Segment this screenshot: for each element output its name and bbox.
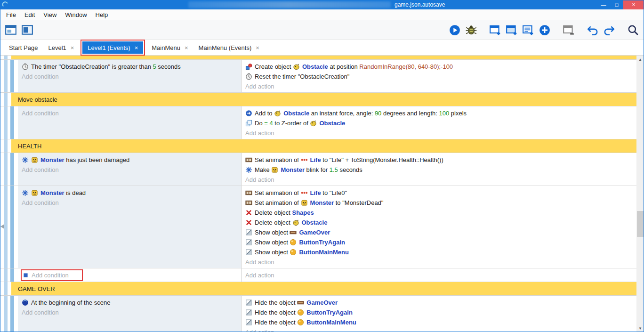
add-condition[interactable]: Add condition: [22, 165, 241, 175]
text-segment: At the beginning of the scene: [31, 299, 110, 306]
action-line[interactable]: Reset the timer "ObstacleCreation": [245, 72, 636, 81]
tab-label: Level1: [48, 44, 66, 51]
condition-line[interactable]: At the beginning of the scene: [22, 298, 241, 308]
condition-line[interactable]: The timer "ObstacleCreation" is greater …: [22, 62, 241, 72]
scroll-down-arrow[interactable]: ▼: [636, 324, 644, 332]
tab-close-icon[interactable]: ×: [185, 44, 188, 51]
close-button[interactable]: ×: [623, 0, 644, 9]
comment-label: GAME OVER: [11, 282, 636, 295]
actions-cell: Add to Obstacle an instant force, angle:…: [241, 106, 636, 139]
condition-line[interactable]: Monster is dead: [22, 188, 241, 198]
maximize-button[interactable]: □: [610, 0, 623, 9]
event-handle-strip[interactable]: [4, 56, 8, 59]
tab-level1-events[interactable]: Level1 (Events)×: [82, 41, 143, 54]
scroll-thumb[interactable]: [637, 211, 644, 237]
add-condition[interactable]: Add condition: [22, 198, 241, 208]
action-line[interactable]: Delete object Obstacle: [245, 218, 636, 227]
event-handle-strip[interactable]: [4, 106, 8, 139]
text-segment: Add action: [245, 329, 274, 332]
events-sheet: The timer "ObstacleCreation" is greater …: [0, 56, 636, 332]
menu-view[interactable]: View: [39, 11, 61, 18]
tab-label: MainMenu (Events): [199, 44, 252, 51]
tab-close-icon[interactable]: ×: [256, 44, 259, 51]
search-icon[interactable]: [626, 23, 640, 37]
scroll-up-arrow[interactable]: ▲: [636, 56, 644, 63]
action-line[interactable]: Add to Obstacle an instant force, angle:…: [245, 108, 636, 118]
add-condition[interactable]: Add condition: [22, 108, 241, 118]
undo-icon[interactable]: [586, 23, 600, 37]
animation-icon: [245, 199, 252, 206]
text-segment: Add condition: [22, 73, 59, 80]
text-segment: 1.5: [330, 166, 338, 173]
add-condition[interactable]: Add condition: [22, 270, 241, 281]
event-handle-strip[interactable]: [4, 139, 8, 153]
action-line[interactable]: Show object ButtonTryAgain: [245, 237, 636, 247]
add-external-events-icon[interactable]: [505, 23, 519, 37]
conditions-cell: The timer "ObstacleCreation" is greater …: [18, 60, 241, 92]
comment-row-partial[interactable]: [0, 56, 636, 60]
event-handle-strip[interactable]: [10, 268, 14, 282]
add-action[interactable]: Add action: [245, 257, 636, 267]
condition-line[interactable]: Monster has just been damaged: [22, 155, 241, 165]
tab-level1[interactable]: Level1×: [43, 41, 79, 54]
action-line[interactable]: Create object Obstacle at position Rando…: [245, 62, 636, 72]
add-scene-icon[interactable]: [488, 23, 502, 37]
event-handle-strip[interactable]: [4, 282, 8, 295]
action-line[interactable]: Delete object Shapes: [245, 208, 636, 218]
event-handle-strip[interactable]: [4, 93, 8, 106]
button-icon: [290, 249, 297, 256]
comment-row[interactable]: HEALTH: [0, 139, 636, 153]
action-line[interactable]: Set animation of Life to "Life" + ToStri…: [245, 155, 636, 165]
conditions-cell: Monster has just been damagedAdd conditi…: [18, 153, 241, 186]
event-handle-strip[interactable]: [10, 296, 14, 332]
tab-close-icon[interactable]: ×: [71, 44, 74, 51]
event-handle-strip[interactable]: [4, 186, 8, 268]
event-handle-strip[interactable]: [4, 268, 8, 282]
project-images-icon[interactable]: [562, 23, 576, 37]
action-line[interactable]: Show object GameOver: [245, 227, 636, 237]
event-handle-strip[interactable]: [10, 153, 14, 186]
vertical-scrollbar[interactable]: ▲ ▼: [636, 56, 644, 332]
menu-window[interactable]: Window: [61, 11, 91, 18]
add-extension-icon[interactable]: [538, 23, 552, 37]
add-action[interactable]: Add action: [245, 175, 636, 185]
action-line[interactable]: Hide the object GameOver: [245, 298, 636, 308]
menu-edit[interactable]: Edit: [20, 11, 39, 18]
event-handle-strip[interactable]: [10, 186, 14, 268]
tab-mainmenu[interactable]: MainMenu×: [146, 41, 193, 54]
action-line[interactable]: Hide the object ButtonTryAgain: [245, 308, 636, 317]
tab-close-icon[interactable]: ×: [135, 44, 138, 51]
debugger-icon[interactable]: [464, 23, 478, 37]
action-line[interactable]: Set animation of Life to "Life0": [245, 188, 636, 198]
menu-help[interactable]: Help: [91, 11, 113, 18]
add-action[interactable]: Add action: [245, 327, 636, 332]
tab-start-page[interactable]: Start Page: [4, 41, 43, 54]
event-handle-strip[interactable]: [10, 60, 14, 92]
comment-row[interactable]: Move obstacle: [0, 93, 636, 106]
project-manager-icon[interactable]: [4, 23, 18, 37]
event-handle-strip[interactable]: [4, 296, 8, 332]
action-line[interactable]: Hide the object ButtonMainMenu: [245, 317, 636, 327]
start-page-icon[interactable]: [20, 23, 34, 37]
visibility-icon: [245, 299, 252, 306]
preview-icon[interactable]: [448, 23, 462, 37]
action-line[interactable]: Do = 4 to Z-order of Obstacle: [245, 118, 636, 128]
menu-file[interactable]: File: [2, 11, 20, 18]
tab-label: Start Page: [9, 44, 38, 51]
redo-icon[interactable]: [602, 23, 616, 37]
add-condition[interactable]: Add condition: [22, 72, 241, 81]
event-handle-strip[interactable]: [4, 153, 8, 186]
add-action[interactable]: Add action: [245, 81, 636, 91]
event-handle-strip[interactable]: [4, 60, 8, 92]
add-action[interactable]: Add action: [245, 270, 636, 280]
action-line[interactable]: Show object ButtonMainMenu: [245, 247, 636, 257]
event-handle-strip[interactable]: [10, 106, 14, 139]
comment-row[interactable]: GAME OVER: [0, 282, 636, 296]
minimize-button[interactable]: —: [597, 0, 610, 9]
add-condition[interactable]: Add condition: [22, 308, 241, 317]
add-action[interactable]: Add action: [245, 128, 636, 138]
action-line[interactable]: Make Monster blink for 1.5 seconds: [245, 165, 636, 175]
tab-mainmenu-events[interactable]: MainMenu (Events)×: [193, 41, 265, 54]
add-external-layout-icon[interactable]: [521, 23, 535, 37]
action-line[interactable]: Set animation of Monster to "MonsterDead…: [245, 198, 636, 208]
